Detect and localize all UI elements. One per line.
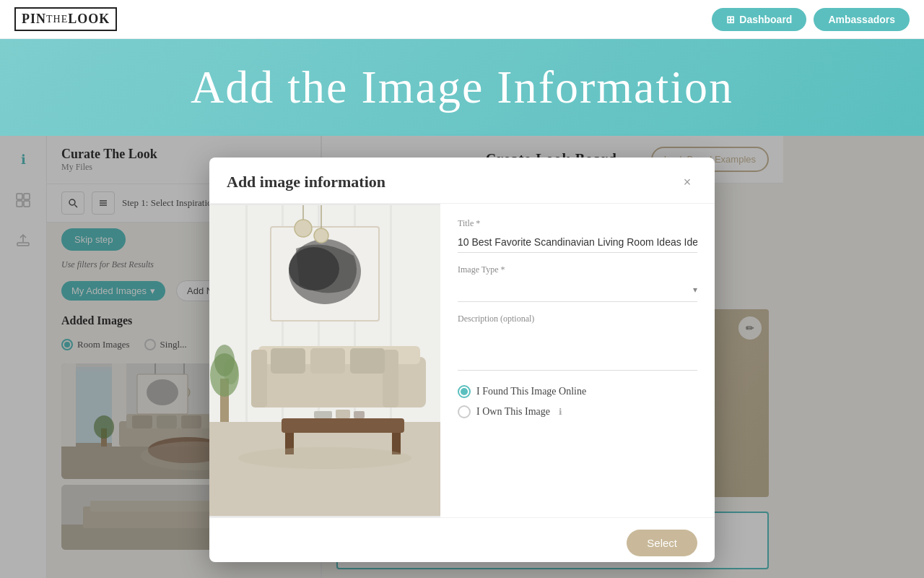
- description-textarea[interactable]: [458, 327, 697, 371]
- own-image-info-icon[interactable]: ℹ: [559, 407, 562, 418]
- header-buttons: ⊞ Dashboard Ambassadors: [712, 8, 910, 31]
- logo: PINTHELOOK: [14, 7, 117, 31]
- logo-the: THE: [46, 14, 68, 25]
- modal-footer: Select: [209, 517, 715, 562]
- modal-image: [209, 204, 440, 517]
- logo-pin: PIN: [22, 12, 46, 27]
- own-image-label: I Own This Image: [476, 406, 550, 418]
- own-image-radio-circle: [458, 405, 471, 418]
- description-field: Description (optional): [458, 314, 697, 371]
- image-type-field: Image Type * Room Image Product Image ▾: [458, 264, 697, 302]
- found-online-label: I Found This Image Online: [476, 386, 586, 397]
- modal-form: Title * Image Type * Room Image Product …: [440, 204, 715, 517]
- dashboard-grid-icon: ⊞: [726, 14, 735, 25]
- modal-header: Add image information ×: [209, 158, 715, 204]
- svg-point-54: [224, 358, 238, 384]
- chevron-down-icon: ▾: [693, 285, 697, 296]
- modal-title: Add image information: [227, 173, 385, 191]
- banner-title: Add the Image Information: [14, 61, 910, 114]
- title-input[interactable]: [458, 232, 697, 253]
- modal-close-button[interactable]: ×: [677, 172, 697, 192]
- logo-look: LOOK: [68, 12, 110, 27]
- svg-rect-59: [271, 348, 305, 374]
- svg-point-68: [238, 447, 411, 469]
- image-type-label: Image Type *: [458, 264, 697, 275]
- description-label: Description (optional): [458, 314, 697, 324]
- own-image-radio[interactable]: I Own This Image ℹ: [458, 405, 697, 418]
- svg-rect-65: [314, 411, 332, 418]
- title-field: Title *: [458, 218, 697, 253]
- title-label: Title *: [458, 218, 697, 229]
- svg-point-50: [314, 228, 328, 243]
- svg-rect-62: [282, 418, 404, 433]
- svg-point-48: [295, 220, 312, 237]
- svg-rect-66: [336, 410, 350, 418]
- svg-rect-57: [251, 350, 267, 407]
- image-type-select-wrapper: Room Image Product Image ▾: [458, 278, 697, 302]
- ambassadors-label: Ambassadors: [828, 14, 895, 25]
- svg-rect-64: [392, 433, 401, 454]
- main-layout: ℹ Curate The Look My Files: [0, 136, 924, 578]
- svg-rect-67: [354, 411, 365, 418]
- dashboard-button[interactable]: ⊞ Dashboard: [712, 8, 806, 31]
- select-button[interactable]: Select: [627, 530, 697, 556]
- found-online-radio-circle: [458, 385, 471, 398]
- banner: Add the Image Information: [0, 39, 924, 136]
- svg-rect-39: [245, 205, 248, 422]
- found-online-radio[interactable]: I Found This Image Online: [458, 385, 697, 398]
- svg-rect-58: [383, 350, 398, 407]
- add-image-info-modal: Add image information ×: [209, 158, 715, 562]
- svg-rect-61: [350, 348, 385, 374]
- svg-rect-60: [310, 348, 345, 374]
- image-type-select[interactable]: Room Image Product Image: [458, 278, 693, 301]
- image-source-radio-group: I Found This Image Online I Own This Ima…: [458, 385, 697, 418]
- dashboard-label: Dashboard: [739, 14, 792, 25]
- modal-overlay: Add image information ×: [0, 136, 924, 578]
- modal-body: Title * Image Type * Room Image Product …: [209, 204, 715, 517]
- header: PINTHELOOK ⊞ Dashboard Ambassadors: [0, 0, 924, 39]
- ambassadors-button[interactable]: Ambassadors: [814, 8, 910, 31]
